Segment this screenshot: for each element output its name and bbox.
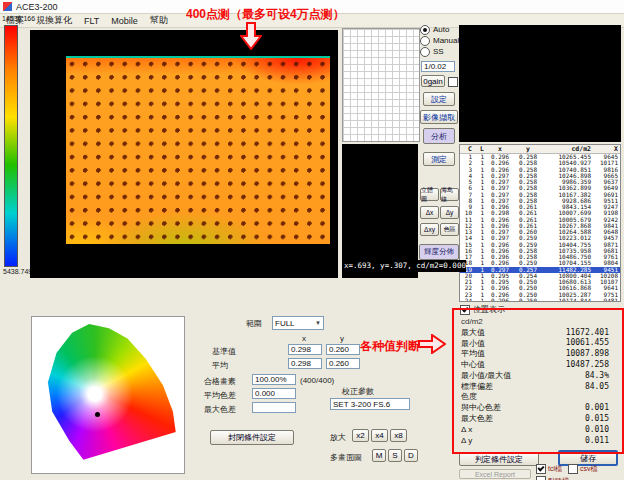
calibration-value: SET 3-200 FS.6 <box>330 398 410 410</box>
mode-radio-manual[interactable]: Manual <box>420 35 458 46</box>
table-cell: 10174.844 <box>542 298 594 302</box>
stat-label: 標準偏差 <box>461 381 539 392</box>
table-cell: 9481 <box>594 298 620 302</box>
judge-condition-button[interactable]: 判定條件設定 <box>459 452 539 466</box>
cursor-status-text: x=.693, y=.307, cd/m2=0.000 <box>342 260 466 272</box>
image-capture-button[interactable]: 影像擷取 <box>420 110 458 124</box>
table-cell: 0.296 <box>486 298 514 302</box>
mode-radio-ss[interactable]: SS <box>420 46 458 57</box>
luminance-map[interactable] <box>66 56 330 244</box>
measure-button[interactable]: 測定 <box>423 152 455 166</box>
stat-row: 與中心色差0.001 <box>461 402 619 413</box>
calibration-label: 校正參數 <box>342 386 374 397</box>
stat-value: 10061.455 <box>539 338 619 347</box>
range-select[interactable]: FULL ▼ <box>272 316 324 330</box>
stat-value: 10487.258 <box>539 360 619 369</box>
multi-m-button[interactable]: M <box>372 449 386 462</box>
checkbox-icon <box>448 77 458 87</box>
delta-y-button[interactable]: Δy <box>440 206 459 219</box>
checkbox-label: 點陣檔 <box>548 476 569 480</box>
x-header: x <box>302 334 306 343</box>
col-header: y <box>514 145 542 153</box>
stat-label: 平均值 <box>461 348 539 359</box>
menu-item-mobile[interactable]: Mobile <box>111 16 138 26</box>
cie-diagram-panel <box>31 316 185 474</box>
checkbox-icon <box>568 464 578 474</box>
col-header: C <box>460 145 474 153</box>
pass-pixels-label: 合格畫素 <box>204 376 236 387</box>
reference-y-value: 0.260 <box>326 344 360 355</box>
col-header: L <box>474 145 486 153</box>
range-value: FULL <box>275 319 295 328</box>
settings-button[interactable]: 設定 <box>423 92 455 106</box>
table-cell: 1 <box>474 298 486 302</box>
stat-label: 最大色差 <box>461 413 539 424</box>
checkbox-icon <box>536 464 546 474</box>
annotation-points-text: 400点测（最多可设4万点测） <box>186 6 345 23</box>
measurement-table: C L x y cd/m2 X 110.2960.25810265.455964… <box>459 144 621 302</box>
stat-label: 與中心色差 <box>461 402 539 413</box>
checkbox-icon <box>536 476 546 480</box>
menu-item-algorithm[interactable]: 規換算化 <box>36 14 72 27</box>
luminance-dist-button[interactable]: 輝度分佈 <box>419 244 459 260</box>
excel-report-button[interactable]: Excel Report <box>459 469 531 479</box>
stat-value: 0.011 <box>539 436 619 445</box>
stat-label: Δ x <box>461 425 539 434</box>
contour-view-button[interactable]: 海島線 <box>440 188 459 201</box>
export-checkbox[interactable]: 點陣檔 <box>536 476 569 480</box>
menu-item-help[interactable]: 幫助 <box>150 14 168 27</box>
app-icon <box>3 2 12 11</box>
stat-label: cd/m2 <box>461 317 539 326</box>
stat-section-header: 色度 <box>461 392 619 403</box>
table-body: 110.2960.25810265.4559645210.2960.258105… <box>460 154 620 302</box>
radio-icon <box>420 47 430 57</box>
col-header: cd/m2 <box>542 145 594 153</box>
table-row[interactable]: 2410.2960.25010174.8449481 <box>460 298 620 302</box>
table-cell: 24 <box>460 298 474 302</box>
avg-color-diff-value: 0.000 <box>252 388 296 399</box>
gain-button[interactable]: 0gain <box>421 75 445 87</box>
zoom-x4-button[interactable]: x4 <box>371 429 388 442</box>
stat-row: 最小值/最大值84.3% <box>461 370 619 381</box>
stat-row: 平均值10087.898 <box>461 348 619 359</box>
table-header: C L x y cd/m2 X <box>460 145 620 154</box>
stat-row: 標準偏差84.05 <box>461 381 619 392</box>
reference-label: 基準值 <box>212 346 236 357</box>
export-checkbox[interactable]: csv檔 <box>568 464 598 474</box>
menu-item-flt[interactable]: FLT <box>84 16 99 26</box>
stat-value: 0.015 <box>539 414 619 423</box>
zoom-x2-button[interactable]: x2 <box>352 429 369 442</box>
multi-d-button[interactable]: D <box>404 449 418 462</box>
delta-x-button[interactable]: Δx <box>420 206 439 219</box>
chevron-down-icon: ▼ <box>315 320 321 326</box>
placement-grid[interactable] <box>342 28 420 142</box>
window-title: ACE3-200 <box>16 2 58 12</box>
checkbox-label: csv檔 <box>580 464 598 474</box>
checkbox-label: 位置表示 <box>473 304 505 315</box>
col-header: x <box>486 145 514 153</box>
y-header: y <box>340 334 344 343</box>
closure-condition-button[interactable]: 封閉條件設定 <box>210 430 294 445</box>
multi-view-label: 多畫面圖 <box>330 452 362 463</box>
position-display-checkbox[interactable]: 位置表示 <box>460 304 505 315</box>
stat-row: 最小值10061.455 <box>461 338 619 349</box>
zoom-x8-button[interactable]: x8 <box>390 429 407 442</box>
average-x-value: 0.298 <box>288 358 322 369</box>
export-checkboxes: tcl檔csv檔點陣檔 <box>536 464 598 480</box>
cie-horseshoe[interactable] <box>38 321 180 467</box>
analyze-button[interactable]: 分析 <box>423 128 455 144</box>
radio-label: SS <box>433 47 444 56</box>
solid-view-button[interactable]: 立體圖 <box>420 188 439 201</box>
stats-list: cd/m2最大值11672.401最小值10061.455平均值10087.89… <box>461 316 619 446</box>
delta-xy-button[interactable]: Δxy <box>420 223 439 236</box>
color-zone-button[interactable]: 色區 <box>440 223 459 236</box>
export-checkbox[interactable]: tcl檔 <box>536 464 562 474</box>
table-cell: 0.250 <box>514 298 542 302</box>
camera-preview <box>459 25 621 142</box>
max-color-diff-value <box>252 402 296 413</box>
mode-radio-auto[interactable]: Auto <box>420 24 458 35</box>
zoom-label: 放大 <box>330 432 346 443</box>
app-window: ACE3-200 檔案 規換算化 FLT Mobile 幫助 14536.166… <box>0 0 624 480</box>
stat-value: 84.05 <box>539 382 619 391</box>
multi-s-button[interactable]: S <box>388 449 402 462</box>
